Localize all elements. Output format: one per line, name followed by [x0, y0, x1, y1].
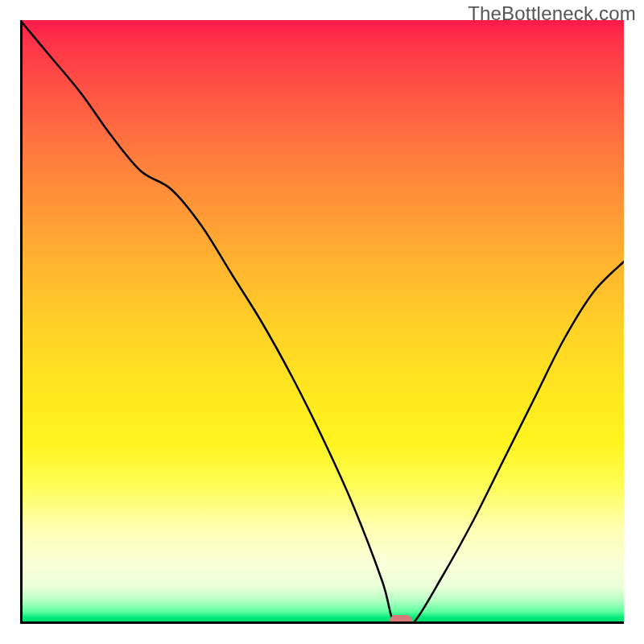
- optimal-point-marker: [390, 615, 412, 624]
- watermark-text: TheBottleneck.com: [468, 2, 636, 25]
- bottleneck-curve-path: [20, 20, 624, 624]
- bottleneck-chart: TheBottleneck.com: [0, 0, 644, 644]
- plot-area: [20, 20, 624, 624]
- curve-svg: [20, 20, 624, 624]
